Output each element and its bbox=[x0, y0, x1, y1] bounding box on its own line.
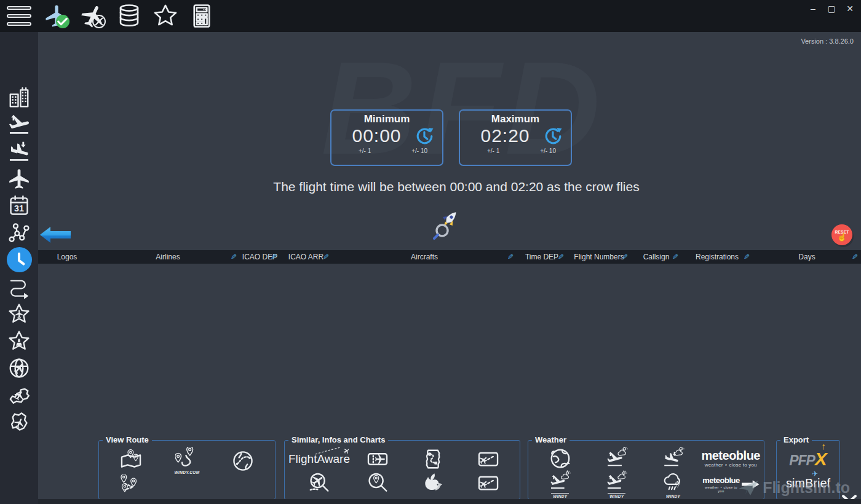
sidebar-item-favorite-flights[interactable] bbox=[6, 301, 32, 326]
column-icao-arr: ICAO ARR ✎ bbox=[280, 250, 332, 264]
hand-pointer-icon: ☝ bbox=[837, 234, 847, 240]
edit-aircrafts-icon[interactable]: ✎ bbox=[507, 253, 514, 261]
sidebar-item-world-flights[interactable] bbox=[6, 355, 32, 380]
edit-registrations-icon[interactable]: ✎ bbox=[744, 253, 750, 261]
database-button[interactable] bbox=[115, 2, 143, 30]
column-airlines: Airlines ✎ bbox=[96, 250, 240, 264]
buildings-icon bbox=[7, 86, 31, 109]
search-location-button[interactable] bbox=[366, 471, 389, 495]
curved-route-icon bbox=[7, 275, 31, 299]
meteoblue-logo[interactable]: meteoblue weather ∘ close to you bbox=[701, 449, 760, 468]
globe-plane-icon bbox=[7, 356, 31, 380]
minimum-clock-reset-icon[interactable] bbox=[415, 126, 435, 146]
windy-departure-weather-button[interactable]: WINDY bbox=[549, 470, 572, 498]
close-button[interactable]: ✕ bbox=[845, 4, 855, 14]
simbrief-plane-icon: ✈ bbox=[812, 470, 818, 478]
treasure-map-button[interactable] bbox=[421, 447, 445, 471]
maximum-clock-reset-icon[interactable] bbox=[543, 126, 563, 146]
windy-label-3: WINDY bbox=[664, 494, 682, 498]
flights-included-button[interactable] bbox=[42, 2, 71, 30]
minimize-button[interactable]: – bbox=[808, 4, 818, 14]
minimum-step-small: +/- 1 bbox=[359, 148, 371, 154]
scatter-graph-icon bbox=[7, 221, 31, 245]
export-panel: Export PFPX ↑ ✈ simBrief bbox=[776, 440, 840, 500]
maximum-label: Maximum bbox=[466, 113, 565, 125]
export-panel-title: Export bbox=[780, 435, 812, 444]
minimum-value[interactable]: 00:00 bbox=[339, 125, 415, 146]
sidebar-item-calendar[interactable]: 31 bbox=[6, 193, 32, 218]
sidebar-item-airports[interactable] bbox=[6, 85, 32, 110]
x-circle-icon bbox=[92, 15, 106, 28]
calculator-button[interactable] bbox=[188, 2, 216, 30]
maximum-value[interactable]: 02:20 bbox=[467, 125, 543, 146]
simbrief-export-button[interactable]: ✈ simBrief bbox=[786, 476, 830, 490]
globe-route-button[interactable] bbox=[231, 449, 255, 473]
edit-callsign-icon[interactable]: ✎ bbox=[672, 253, 678, 261]
column-time-dep: Time DEP ✎ bbox=[517, 250, 567, 264]
similar-infos-charts-panel: Similar, Infos and Charts FlightAware bbox=[284, 440, 520, 500]
column-flight-numbers: Flight Numbers ✎ bbox=[567, 250, 631, 264]
windy-route-button[interactable]: WINDY.COM bbox=[173, 447, 202, 474]
flightaware-logo[interactable]: FlightAware bbox=[288, 452, 350, 466]
flightaware-plane-icon bbox=[314, 444, 349, 455]
edit-icao-dep-icon[interactable]: ✎ bbox=[271, 253, 277, 261]
flight-time-summary: The flight time will be between 00:00 an… bbox=[38, 179, 861, 194]
edit-icao-arr-icon[interactable]: ✎ bbox=[323, 253, 329, 261]
flights-excluded-button[interactable] bbox=[79, 2, 107, 30]
reset-button[interactable]: RESET ☝ bbox=[831, 224, 852, 245]
windy-rain-location-button[interactable]: WINDY bbox=[662, 471, 685, 498]
menu-icon[interactable] bbox=[7, 6, 31, 26]
sidebar-item-france-flights[interactable] bbox=[6, 409, 32, 435]
minimum-label: Minimum bbox=[338, 113, 436, 125]
favorites-star-button[interactable] bbox=[151, 2, 180, 30]
meteoblue-export-button[interactable]: meteoblue weather ∘ close to you bbox=[701, 476, 760, 493]
map-pins-route-button[interactable] bbox=[119, 449, 143, 473]
windy-arrival-weather-button[interactable]: WINDY bbox=[605, 470, 629, 498]
back-arrow-button[interactable] bbox=[39, 225, 71, 245]
check-icon bbox=[56, 15, 69, 28]
firebird-button[interactable] bbox=[421, 471, 445, 495]
pins-route-button[interactable] bbox=[119, 474, 143, 498]
europe-map-plane-icon bbox=[7, 384, 31, 407]
star-plane-icon bbox=[7, 302, 31, 326]
sidebar-item-favorite-places[interactable] bbox=[6, 328, 32, 353]
edit-time-dep-icon[interactable]: ✎ bbox=[558, 253, 564, 261]
main-content: Version : 3.8.26.0 BFD Minimum 00:00 +/-… bbox=[38, 32, 861, 504]
minimum-time-box: Minimum 00:00 +/- 1 +/- 10 bbox=[330, 109, 443, 166]
sidebar-item-aircraft[interactable] bbox=[6, 166, 32, 191]
maximum-step-large: +/- 10 bbox=[540, 148, 556, 154]
sidebar-item-arrivals[interactable] bbox=[6, 139, 32, 164]
france-map-plane-icon bbox=[7, 411, 31, 434]
world-weather-button[interactable] bbox=[549, 447, 572, 470]
app-window: – ▢ ✕ 31 bbox=[0, 0, 861, 504]
edit-airlines-icon[interactable]: ✎ bbox=[231, 253, 237, 261]
results-table-header: Logos Airlines ✎ ICAO DEP ✎ ICAO ARR ✎ A… bbox=[38, 250, 861, 264]
maximize-button[interactable]: ▢ bbox=[827, 4, 836, 14]
clock-icon bbox=[7, 248, 31, 272]
takeoff-icon bbox=[7, 113, 31, 136]
sidebar-item-connections[interactable] bbox=[6, 220, 32, 245]
bottom-strip bbox=[38, 499, 861, 504]
arrow-right-icon bbox=[742, 480, 760, 489]
svg-text:31: 31 bbox=[14, 203, 24, 213]
sidebar-item-departures[interactable] bbox=[6, 112, 32, 137]
edit-days-icon[interactable]: ✎ bbox=[852, 253, 858, 261]
arrival-weather-button[interactable] bbox=[662, 447, 685, 470]
sidebar-item-route[interactable] bbox=[6, 274, 32, 299]
similar-panel-title: Similar, Infos and Charts bbox=[288, 435, 388, 444]
search-rocket-icon[interactable] bbox=[430, 208, 465, 242]
view-route-panel: View Route WINDY.COM bbox=[98, 440, 276, 500]
sidebar-item-flight-time[interactable] bbox=[7, 247, 32, 272]
pfpx-export-button[interactable]: PFPX ↑ bbox=[789, 450, 827, 468]
route-chart-2-button[interactable] bbox=[477, 471, 500, 495]
weather-panel: Weather bbox=[528, 440, 764, 500]
pfpx-up-arrow-icon: ↑ bbox=[821, 441, 826, 451]
titlebar: – ▢ ✕ bbox=[0, 0, 861, 32]
edit-flight-numbers-icon[interactable]: ✎ bbox=[622, 253, 628, 261]
search-similar-flights-button[interactable] bbox=[308, 471, 331, 495]
maximum-time-box: Maximum 02:20 +/- 1 +/- 10 bbox=[459, 109, 572, 166]
sidebar-item-europe-flights[interactable] bbox=[6, 382, 32, 408]
route-chart-button[interactable] bbox=[477, 447, 500, 471]
departure-weather-button[interactable] bbox=[605, 447, 629, 470]
ticket-flight-button[interactable] bbox=[366, 447, 389, 471]
